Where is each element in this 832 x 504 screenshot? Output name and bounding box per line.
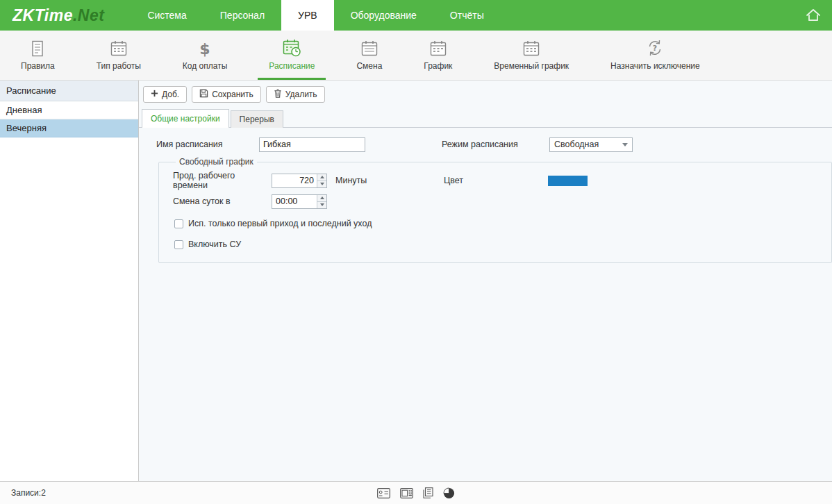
day-switch-spinner[interactable] (272, 194, 327, 209)
delete-button[interactable]: Удалить (266, 86, 325, 103)
trash-icon (274, 89, 282, 100)
ribbon-item-label: Правила (21, 61, 55, 71)
schedule-mode-select[interactable]: Свободная (549, 137, 633, 152)
form-row-name-mode: Имя расписания Режим расписания Свободна… (156, 136, 832, 153)
pie-chart-icon[interactable] (443, 487, 455, 499)
dollar-icon: $ (195, 37, 215, 58)
ribbon-item-label: Тип работы (97, 61, 141, 71)
calendar-grid-icon (109, 37, 128, 58)
zktime-window: ZKTime.Net Система Персонал УРВ Оборудов… (0, 0, 832, 504)
color-swatch[interactable] (548, 176, 588, 186)
triangle-up-icon (320, 196, 324, 199)
menu-item-devices[interactable]: Оборудование (334, 0, 433, 31)
sidebar-header: Расписание (0, 81, 138, 101)
calendar-icon (429, 37, 448, 58)
home-icon[interactable] (800, 0, 826, 31)
ribbon-item-shift[interactable]: Смена (345, 31, 393, 80)
menu-item-reports[interactable]: Отчёты (433, 0, 501, 31)
ribbon-item-temp-graph[interactable]: Временный график (483, 31, 580, 80)
app-logo: ZKTime.Net (0, 0, 131, 31)
document-icon (28, 37, 47, 58)
spinner-buttons (317, 174, 326, 187)
main-menu: Система Персонал УРВ Оборудование Отчёты (131, 0, 500, 31)
plus-icon (151, 90, 158, 99)
first-last-checkbox[interactable] (174, 219, 183, 228)
checkbox-row-su: Включить СУ (174, 237, 831, 251)
chevron-down-icon (622, 143, 628, 146)
ribbon-toolbar: Правила Тип работы $ Код оплаты Расписан… (0, 31, 832, 81)
top-menubar: ZKTime.Net Система Персонал УРВ Оборудов… (0, 0, 832, 31)
menu-item-system[interactable]: Система (131, 0, 203, 31)
terminal-icon[interactable] (400, 488, 413, 498)
triangle-up-icon (320, 176, 324, 178)
sidebar-item-evening-schedule[interactable]: Вечерняя (0, 119, 138, 137)
status-bar: Записи:2 (0, 481, 832, 504)
day-switch-input[interactable] (272, 195, 317, 208)
ribbon-item-label: График (424, 61, 452, 71)
ribbon-item-label: Расписание (269, 61, 315, 71)
work-duration-spinner[interactable] (272, 174, 327, 188)
logo-text-zktime: ZKTime (13, 6, 73, 25)
tab-break[interactable]: Перерыв (231, 110, 283, 128)
checkbox-row-first-last: Исп. только первый приход и последний ух… (174, 217, 831, 230)
ribbon-item-label: Код оплаты (183, 61, 227, 71)
save-icon (199, 89, 208, 100)
free-schedule-group-title: Свободный график (176, 157, 257, 167)
work-duration-label: Прод. рабочего времени (173, 171, 272, 190)
ribbon-item-pay-code[interactable]: $ Код оплаты (172, 31, 238, 80)
schedule-sidebar: Расписание Дневная Вечерняя (0, 81, 139, 481)
menu-item-personnel[interactable]: Персонал (203, 0, 281, 31)
logo-text-net: .Net (73, 6, 104, 25)
minutes-unit-label: Минуты (335, 176, 444, 185)
tab-general-settings[interactable]: Общие настройки (142, 109, 229, 128)
refresh-question-icon: ? (644, 37, 665, 58)
sidebar-item-day-schedule[interactable]: Дневная (0, 101, 138, 119)
calendar-clock-icon (281, 37, 302, 58)
spinner-down-button[interactable] (317, 181, 326, 187)
id-card-icon[interactable] (377, 488, 390, 498)
svg-text:$: $ (199, 40, 210, 58)
delete-button-label: Удалить (285, 90, 317, 99)
work-duration-input[interactable] (272, 174, 317, 187)
content-panel: Доб. Сохранить Удалить Общие настро (139, 81, 832, 481)
ribbon-item-label: Смена (356, 61, 382, 71)
ribbon-item-work-type[interactable]: Тип работы (85, 31, 152, 80)
spinner-up-button[interactable] (317, 195, 326, 202)
main-body: Расписание Дневная Вечерняя Доб. Сохрани (0, 81, 832, 481)
spinner-up-button[interactable] (317, 174, 326, 181)
enable-su-checkbox[interactable] (174, 240, 183, 249)
schedule-name-input[interactable] (259, 137, 365, 152)
status-bar-icons (377, 482, 455, 504)
ribbon-item-rules[interactable]: Правила (10, 31, 66, 80)
settings-tabs: Общие настройки Перерыв (139, 108, 832, 128)
add-button-label: Доб. (162, 90, 179, 99)
form-row-duration-color: Прод. рабочего времени Минуты Цвет (173, 172, 831, 189)
calendar-icon (360, 37, 379, 58)
free-schedule-group: Свободный график Прод. рабочего времени … (158, 157, 832, 263)
calendar-icon (522, 37, 541, 58)
report-icon[interactable] (423, 487, 433, 498)
ribbon-item-assign-exception[interactable]: ? Назначить исключение (599, 31, 711, 80)
schedule-mode-label: Режим расписания (442, 140, 549, 149)
spinner-buttons (317, 195, 326, 208)
menu-item-urv[interactable]: УРВ (281, 0, 334, 31)
schedule-name-label: Имя расписания (156, 140, 259, 149)
day-switch-label: Смена суток в (173, 196, 272, 206)
triangle-down-icon (320, 203, 324, 206)
action-toolbar: Доб. Сохранить Удалить (139, 81, 832, 108)
svg-text:?: ? (653, 44, 657, 53)
form-row-day-switch: Смена суток в (173, 193, 831, 210)
add-button[interactable]: Доб. (143, 86, 187, 103)
save-button-label: Сохранить (212, 90, 253, 99)
ribbon-item-graph[interactable]: График (413, 31, 463, 80)
color-label: Цвет (444, 176, 548, 185)
enable-su-checkbox-label: Включить СУ (188, 240, 241, 249)
first-last-checkbox-label: Исп. только первый приход и последний ух… (188, 219, 372, 228)
triangle-down-icon (320, 183, 324, 185)
spinner-down-button[interactable] (317, 202, 326, 208)
ribbon-item-label: Назначить исключение (610, 61, 700, 71)
ribbon-item-label: Временный график (494, 61, 569, 71)
ribbon-item-schedule[interactable]: Расписание (258, 31, 326, 80)
schedule-mode-value: Свободная (554, 140, 599, 149)
save-button[interactable]: Сохранить (192, 86, 261, 103)
